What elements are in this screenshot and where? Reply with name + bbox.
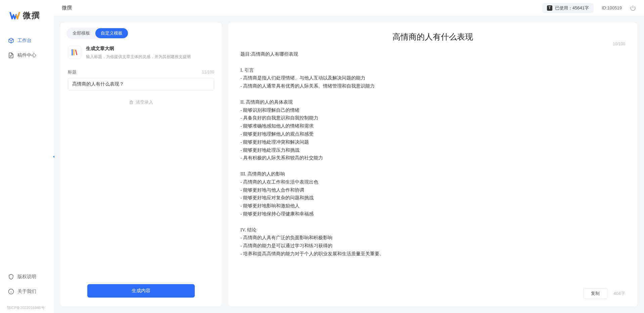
tab-all-templates[interactable]: 全部模板 <box>67 28 95 38</box>
output-title: 高情商的人有什么表现 <box>240 32 625 42</box>
input-panel: 全部模板 自定义模板 生成文章大纲 输入标题，为你提供文章主体的灵感，并为其创建… <box>60 23 222 306</box>
trash-icon <box>129 100 134 105</box>
generate-button[interactable]: 生成内容 <box>87 284 195 298</box>
info-icon <box>8 289 14 295</box>
output-panel: 高情商的人有什么表现 10/100 题目:高情商的人有哪些表现 I. 引言 - … <box>228 23 637 306</box>
template-card: 生成文章大纲 输入标题，为你提供文章主体的灵感，并为其创建推文提纲 <box>60 44 222 66</box>
output-body[interactable]: 题目:高情商的人有哪些表现 I. 引言 - 高情商是指人们处理情绪、与他人互动以… <box>228 45 637 283</box>
nav-drafts[interactable]: 稿件中心 <box>4 49 50 62</box>
template-tabs: 全部模板 自定义模板 <box>60 23 222 44</box>
nav-label: 稿件中心 <box>17 52 36 58</box>
nav-list: 工作台 稿件中心 <box>0 34 54 64</box>
main: 微撰 T 已使用：45641字 ID:100519 全部模板 自定义模板 <box>54 0 644 313</box>
logo-text: 微撰 <box>23 10 40 21</box>
nav-copyright[interactable]: 版权说明 <box>4 270 50 283</box>
cube-icon <box>8 38 14 44</box>
copy-button[interactable]: 复制 <box>583 288 607 299</box>
nav-workspace[interactable]: 工作台 <box>4 34 50 47</box>
template-desc: 输入标题，为你提供文章主体的灵感，并为其创建推文提纲 <box>86 54 191 60</box>
output-word-count: 404字 <box>613 291 625 297</box>
output-footer: 复制 404字 <box>228 283 637 306</box>
usage-label: 已使用：45641字 <box>555 5 589 11</box>
page-title: 微撰 <box>62 5 72 11</box>
nav-label: 版权说明 <box>17 274 36 280</box>
sidebar: 微撰 工作台 稿件中心 版权说明 <box>0 0 54 313</box>
template-title: 生成文章大纲 <box>86 46 191 52</box>
output-header: 高情商的人有什么表现 10/100 <box>228 23 637 45</box>
content: 全部模板 自定义模板 生成文章大纲 输入标题，为你提供文章主体的灵感，并为其创建… <box>54 16 644 313</box>
usage-badge[interactable]: T 已使用：45641字 <box>542 3 594 13</box>
logo-icon <box>9 10 20 21</box>
title-char-count: 10/100 <box>613 42 625 46</box>
field-char-count: 11/100 <box>202 70 214 74</box>
nav-label: 工作台 <box>17 38 32 44</box>
text-icon: T <box>547 5 552 11</box>
icp-text: 鄂ICP备2022016946号 <box>0 305 54 313</box>
topbar: 微撰 T 已使用：45641字 ID:100519 <box>54 0 644 16</box>
power-icon[interactable] <box>630 5 636 11</box>
nav-about[interactable]: 关于我们 <box>4 285 50 298</box>
document-icon <box>8 52 14 58</box>
clear-input-button[interactable]: 清空录入 <box>68 99 214 105</box>
form-area: 标题 11/100 清空录入 <box>60 66 222 277</box>
sidebar-bottom: 版权说明 关于我们 <box>0 270 54 305</box>
logo: 微撰 <box>0 0 54 34</box>
shield-icon <box>8 274 14 280</box>
user-id: ID:100519 <box>602 5 622 10</box>
nav-label: 关于我们 <box>17 289 36 295</box>
books-icon <box>68 46 81 59</box>
field-label: 标题 <box>68 69 77 75</box>
topbar-right: T 已使用：45641字 ID:100519 <box>542 3 636 13</box>
tab-custom-templates[interactable]: 自定义模板 <box>95 28 128 38</box>
title-input[interactable] <box>68 78 214 91</box>
sidebar-collapse[interactable] <box>50 153 57 161</box>
